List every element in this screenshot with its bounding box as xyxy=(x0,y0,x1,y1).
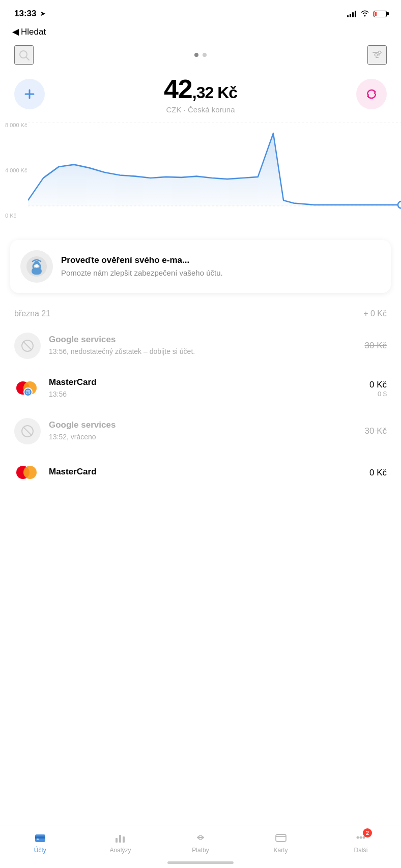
notification-description: Pomozte nám zlepšit zabezpečení vašeho ú… xyxy=(61,267,223,278)
karty-label: Karty xyxy=(274,847,288,854)
back-label[interactable]: Hledat xyxy=(21,27,46,37)
nav-item-dalsi[interactable]: 2 Další xyxy=(343,830,379,854)
dalsi-badge: 2 xyxy=(363,828,372,837)
balance-decimal: ,32 Kč xyxy=(192,83,237,102)
transaction-section-header: března 21 + 0 Kč xyxy=(0,299,401,324)
karty-icon xyxy=(274,830,288,845)
balance-display: 42,32 Kč CZK · Česká koruna xyxy=(164,74,237,114)
transaction-amount-container: 30 Kč xyxy=(365,341,387,351)
notification-icon xyxy=(20,250,53,283)
transactions-container: března 21 + 0 Kč Google services 13:56, … xyxy=(0,299,401,564)
filter-button[interactable] xyxy=(367,45,387,65)
transaction-amount-container: 30 Kč xyxy=(365,426,387,436)
top-bar xyxy=(0,41,401,69)
transaction-info: Google services 13:52, vráceno xyxy=(49,420,357,442)
transaction-amount: 0 Kč xyxy=(369,468,387,478)
location-arrow-icon: ➤ xyxy=(40,10,45,17)
transaction-section-total: + 0 Kč xyxy=(363,309,387,318)
mastercard-yellow-circle xyxy=(23,466,37,479)
analyzy-label: Analýzy xyxy=(109,847,131,854)
time-display: 13:33 xyxy=(14,9,36,19)
signal-bar-3 xyxy=(352,12,354,17)
balance-currency: CZK · Česká koruna xyxy=(164,105,237,114)
transaction-info: MasterCard 13:56 xyxy=(49,377,361,400)
svg-line-18 xyxy=(23,427,32,435)
balance-amount: 42,32 Kč xyxy=(164,74,237,104)
chart-label-4000: 4 000 Kč xyxy=(5,167,27,173)
mastercard-icon xyxy=(16,381,39,396)
transaction-amount-container: 0 Kč 0 $ xyxy=(369,380,387,398)
transaction-subtitle: 13:56, nedostatečný zůstatek – dobijte s… xyxy=(49,347,357,357)
notification-title: Proveďte ověření svého e-ma... xyxy=(61,255,223,265)
battery-fill xyxy=(375,12,377,16)
svg-point-27 xyxy=(357,836,359,839)
ucty-label: Účty xyxy=(34,847,46,854)
status-icons xyxy=(347,10,387,18)
search-button[interactable] xyxy=(14,45,34,65)
nav-item-platby[interactable]: Platby xyxy=(183,830,218,854)
notification-text: Proveďte ověření svého e-ma... Pomozte n… xyxy=(61,255,223,278)
refresh-button[interactable] xyxy=(356,79,387,109)
battery-icon xyxy=(374,11,387,17)
svg-line-15 xyxy=(23,342,32,350)
back-navigation[interactable]: ◀ Hledat xyxy=(0,24,401,41)
signal-icon xyxy=(347,10,356,17)
filter-icon xyxy=(371,49,383,61)
platby-icon xyxy=(193,830,208,845)
wifi-icon xyxy=(360,10,369,18)
svg-rect-24 xyxy=(123,836,125,843)
chart-y-labels: 8 000 Kč 4 000 Kč 0 Kč xyxy=(0,122,32,219)
svg-rect-20 xyxy=(35,836,45,839)
chart-end-dot xyxy=(398,201,401,208)
transaction-subtitle: 13:56 xyxy=(49,390,361,400)
balance-integer: 42 xyxy=(164,74,192,104)
dalsi-label: Další xyxy=(354,847,368,854)
chart-fill xyxy=(28,133,401,206)
transaction-icon-mastercard xyxy=(14,375,41,402)
transaction-item[interactable]: Google services 13:52, vráceno 30 Kč xyxy=(0,410,401,453)
balance-section: 42,32 Kč CZK · Česká koruna xyxy=(0,69,401,118)
chart-svg-container xyxy=(28,122,401,234)
page-indicator xyxy=(194,53,207,57)
transaction-item-partial[interactable]: MasterCard 0 Kč xyxy=(0,453,401,493)
transaction-name: MasterCard xyxy=(49,467,361,477)
chart-label-0: 0 Kč xyxy=(5,213,27,219)
signal-bar-1 xyxy=(347,15,349,17)
mastercard-clock-badge xyxy=(23,387,33,397)
transaction-amount: 30 Kč xyxy=(365,426,387,436)
transaction-info: Google services 13:56, nedostatečný zůst… xyxy=(49,335,357,357)
nav-item-ucty[interactable]: Účty xyxy=(22,830,58,854)
analyzy-icon xyxy=(113,830,127,845)
svg-point-4 xyxy=(379,51,381,54)
balance-chart: 8 000 Kč 4 000 Kč 0 Kč xyxy=(0,122,401,234)
transaction-icon-mastercard xyxy=(14,460,41,486)
transaction-subtitle: 13:52, vráceno xyxy=(49,432,357,442)
transaction-amount: 0 Kč xyxy=(369,380,387,390)
mastercard-icon xyxy=(16,466,39,480)
svg-point-13 xyxy=(35,264,39,268)
transaction-name: Google services xyxy=(49,335,357,345)
notification-card[interactable]: Proveďte ověření svého e-ma... Pomozte n… xyxy=(10,240,391,293)
back-arrow-icon: ◀ xyxy=(12,26,19,37)
add-money-button[interactable] xyxy=(14,79,45,109)
platby-label: Platby xyxy=(192,847,209,854)
svg-rect-23 xyxy=(119,835,121,843)
svg-point-5 xyxy=(375,54,378,56)
home-indicator xyxy=(167,861,234,864)
search-icon xyxy=(18,49,30,61)
svg-point-28 xyxy=(360,836,362,839)
dot-1 xyxy=(194,53,198,57)
signal-bar-2 xyxy=(350,14,351,17)
dalsi-icon: 2 xyxy=(354,830,368,845)
chart-label-8000: 8 000 Kč xyxy=(5,122,27,128)
svg-rect-21 xyxy=(37,839,39,840)
transaction-name: MasterCard xyxy=(49,377,361,387)
transaction-icon-blocked xyxy=(14,418,41,444)
status-time: 13:33 ➤ xyxy=(14,9,45,19)
transaction-item[interactable]: Google services 13:56, nedostatečný zůst… xyxy=(0,324,401,367)
transaction-info: MasterCard xyxy=(49,467,361,479)
nav-item-analyzy[interactable]: Analýzy xyxy=(102,830,138,854)
nav-item-karty[interactable]: Karty xyxy=(263,830,299,854)
transaction-item[interactable]: MasterCard 13:56 0 Kč 0 $ xyxy=(0,367,401,410)
transaction-icon-blocked xyxy=(14,333,41,359)
